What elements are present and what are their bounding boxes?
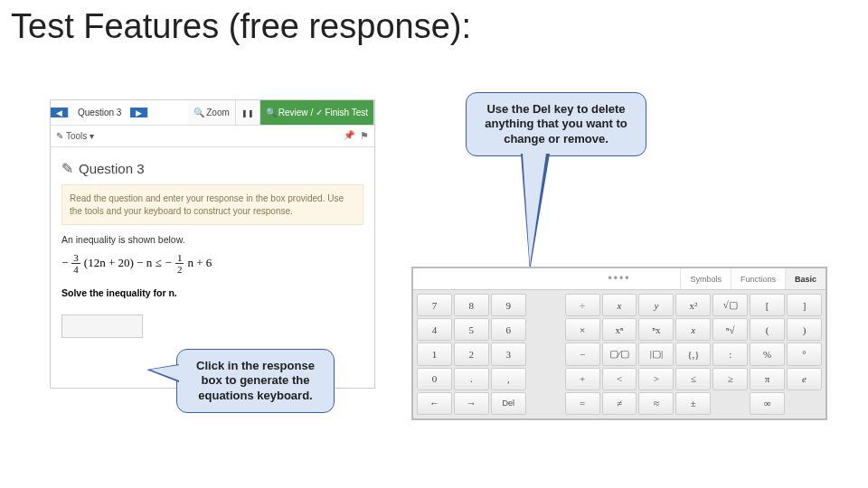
key-0-10[interactable]: ] <box>787 294 822 316</box>
instruction-box: Read the question and enter your respons… <box>61 184 363 225</box>
key-2-4[interactable]: − <box>565 343 600 365</box>
prompt-text: An inequality is shown below. <box>61 234 363 245</box>
fraction-1: 34 <box>71 252 80 275</box>
finish-label: Finish Test <box>325 108 368 117</box>
pause-button[interactable] <box>236 100 260 125</box>
pencil-icon <box>56 131 66 141</box>
review-label: Review <box>278 108 308 117</box>
key-3-2[interactable]: , <box>491 368 526 390</box>
key-0-6[interactable]: y <box>638 294 674 316</box>
key-3-7[interactable]: ≤ <box>675 368 711 390</box>
arrow-left-icon <box>56 108 62 117</box>
tab-functions[interactable]: Functions <box>731 268 785 289</box>
key-0-0[interactable]: 7 <box>417 294 452 316</box>
key-1-8[interactable]: ⁿ√ <box>712 318 748 341</box>
solve-text: Solve the inequality for n. <box>61 287 363 298</box>
key-0-8[interactable]: √▢ <box>712 294 748 316</box>
key-4-5[interactable]: ≠ <box>602 392 637 415</box>
pin-icon[interactable] <box>344 130 354 142</box>
key-2-7[interactable]: {,} <box>675 343 711 365</box>
key-4-9[interactable]: ∞ <box>750 392 785 415</box>
zoom-icon <box>193 108 206 117</box>
check-icon <box>316 108 325 117</box>
prev-question-button[interactable] <box>51 108 69 117</box>
math-mid: (12n + 20) − n ≤ <box>84 254 162 273</box>
key-2-9[interactable]: % <box>750 343 785 365</box>
fraction-2: 12 <box>175 252 184 275</box>
key-0-2[interactable]: 9 <box>491 294 526 316</box>
key-2-8[interactable]: : <box>712 343 748 365</box>
math-tail: n + 6 <box>187 254 212 273</box>
question-heading-text: Question 3 <box>79 161 145 176</box>
callout-delete-tip: Use the Del key to delete anything that … <box>466 92 646 156</box>
keyboard-grid: 789÷xyx²√▢[]456×xⁿⁿxxⁿ√()123−▢⁄▢|▢|{,}:%… <box>413 290 826 418</box>
arrow-right-icon <box>136 108 142 117</box>
key-del[interactable]: Del <box>491 392 526 415</box>
tools-dropdown[interactable]: Tools ▾ <box>56 131 94 141</box>
toolbar-question-label: Question 3 <box>69 108 130 117</box>
key-3-1[interactable]: . <box>454 368 489 390</box>
key-3-5[interactable]: < <box>602 368 637 390</box>
key-3-10[interactable]: e <box>787 368 822 390</box>
drag-handle-icon[interactable]: •••• <box>609 272 631 285</box>
key-2-6[interactable]: |▢| <box>638 343 674 365</box>
key-0-1[interactable]: 8 <box>454 294 489 316</box>
key-2-2[interactable]: 3 <box>491 343 526 365</box>
tools-label: Tools <box>66 131 87 141</box>
math-lead: − <box>61 254 68 273</box>
tab-symbols[interactable]: Symbols <box>680 268 731 289</box>
key-1-6[interactable]: ⁿx <box>638 318 674 341</box>
pencil-icon <box>61 160 73 177</box>
callout-response-tip: Click in the response box to generate th… <box>176 349 335 413</box>
key-1-5[interactable]: xⁿ <box>602 318 637 341</box>
inequality-expression: − 34 (12n + 20) − n ≤ − 12 n + 6 <box>61 245 363 284</box>
question-toolbar: Question 3 Zoom Review / Finish Test <box>51 100 374 126</box>
tab-basic[interactable]: Basic <box>785 268 826 289</box>
key-3-8[interactable]: ≥ <box>712 368 748 390</box>
question-heading: Question 3 <box>61 156 363 184</box>
key-2-10[interactable]: ° <box>787 343 822 365</box>
key-3-9[interactable]: π <box>750 368 785 390</box>
response-input[interactable] <box>61 314 143 338</box>
zoom-button[interactable]: Zoom <box>188 100 236 125</box>
question-panel: Question 3 Zoom Review / Finish Test Too… <box>50 99 375 389</box>
key-1-4[interactable]: × <box>565 318 600 341</box>
pause-icon <box>241 108 254 117</box>
key-0-4[interactable]: ÷ <box>565 294 600 316</box>
slide-title: Test Features (free response): <box>0 0 868 50</box>
key-4-1[interactable]: → <box>454 392 489 415</box>
key-4-0[interactable]: ← <box>417 392 452 415</box>
key-4-6[interactable]: ≈ <box>638 392 674 415</box>
next-question-button[interactable] <box>130 108 148 117</box>
key-3-0[interactable]: 0 <box>417 368 452 390</box>
key-0-9[interactable]: [ <box>750 294 785 316</box>
zoom-label: Zoom <box>206 108 230 117</box>
review-finish-button[interactable]: Review / Finish Test <box>260 100 374 125</box>
flag-icon[interactable] <box>360 130 369 142</box>
equation-keyboard: •••• Symbols Functions Basic 789÷xyx²√▢[… <box>411 267 827 420</box>
key-2-5[interactable]: ▢⁄▢ <box>602 343 637 365</box>
key-1-9[interactable]: ( <box>750 318 785 341</box>
key-0-5[interactable]: x <box>602 294 637 316</box>
key-1-2[interactable]: 6 <box>491 318 526 341</box>
key-4-4[interactable]: = <box>565 392 600 415</box>
key-2-1[interactable]: 2 <box>454 343 489 365</box>
key-4-7[interactable]: ± <box>675 392 711 415</box>
key-3-4[interactable]: + <box>565 368 600 390</box>
key-1-10[interactable]: ) <box>787 318 822 341</box>
key-2-0[interactable]: 1 <box>417 343 452 365</box>
key-0-7[interactable]: x² <box>675 294 711 316</box>
math-neg2: − <box>165 254 172 273</box>
key-1-1[interactable]: 5 <box>454 318 489 341</box>
question-body: Question 3 Read the question and enter y… <box>51 147 374 347</box>
search-icon <box>266 108 278 117</box>
key-1-7[interactable]: x <box>675 318 711 341</box>
key-3-6[interactable]: > <box>638 368 674 390</box>
key-1-0[interactable]: 4 <box>417 318 452 341</box>
tools-row: Tools ▾ <box>51 126 374 147</box>
